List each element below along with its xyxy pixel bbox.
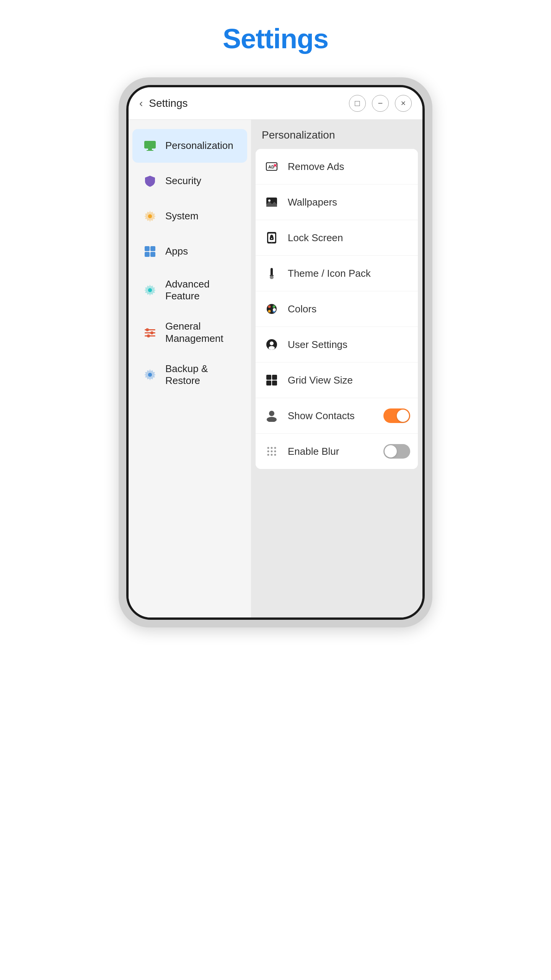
back-button[interactable]: ‹ bbox=[139, 97, 143, 109]
svg-point-54 bbox=[267, 454, 269, 456]
window-title: Settings bbox=[149, 97, 349, 109]
phone-frame: ‹ Settings □ − × bbox=[119, 77, 432, 627]
settings-item-remove-ads[interactable]: AD Remove Ads bbox=[256, 149, 418, 185]
phone-inner: ‹ Settings □ − × bbox=[126, 85, 425, 620]
svg-point-29 bbox=[271, 238, 272, 239]
image-icon bbox=[263, 194, 280, 211]
sidebar: Personalization Security bbox=[129, 120, 251, 617]
label-user-settings: User Settings bbox=[288, 339, 410, 351]
svg-point-10 bbox=[148, 288, 152, 292]
panel-header: Personalization bbox=[251, 120, 422, 149]
svg-rect-6 bbox=[150, 246, 155, 251]
sidebar-label-apps: Apps bbox=[165, 245, 188, 257]
svg-point-55 bbox=[271, 454, 273, 456]
label-grid-view: Grid View Size bbox=[288, 374, 410, 386]
user-circle-icon bbox=[263, 336, 280, 353]
shield-icon bbox=[142, 173, 158, 189]
settings-item-grid-view[interactable]: Grid View Size bbox=[256, 363, 418, 398]
toggle-knob bbox=[397, 410, 409, 422]
svg-rect-5 bbox=[145, 246, 150, 251]
ads-icon: AD bbox=[263, 158, 280, 175]
sidebar-item-general[interactable]: General Management bbox=[132, 312, 247, 353]
sidebar-item-security[interactable]: Security bbox=[132, 164, 247, 198]
monitor-icon bbox=[142, 137, 158, 154]
svg-rect-44 bbox=[266, 381, 271, 385]
svg-point-49 bbox=[271, 447, 273, 449]
sidebar-label-backup: Backup & Restore bbox=[165, 363, 238, 387]
label-lock-screen: Lock Screen bbox=[288, 232, 410, 244]
svg-text:AD: AD bbox=[268, 165, 274, 169]
svg-point-27 bbox=[271, 242, 272, 243]
svg-point-32 bbox=[270, 276, 274, 279]
svg-point-41 bbox=[269, 346, 275, 350]
label-enable-blur: Enable Blur bbox=[288, 446, 376, 457]
window-controls: □ − × bbox=[349, 95, 412, 112]
svg-point-50 bbox=[274, 447, 276, 449]
svg-point-4 bbox=[148, 214, 152, 218]
apps-grid-icon bbox=[142, 243, 158, 260]
show-contacts-toggle[interactable] bbox=[383, 408, 410, 423]
sidebar-item-advanced[interactable]: Advanced Feature bbox=[132, 270, 247, 310]
svg-point-15 bbox=[150, 331, 153, 334]
svg-point-37 bbox=[268, 310, 271, 313]
svg-point-38 bbox=[273, 308, 276, 311]
window-titlebar: ‹ Settings □ − × bbox=[129, 87, 422, 120]
brush-icon bbox=[263, 265, 280, 282]
settings-item-colors[interactable]: Colors bbox=[256, 291, 418, 327]
toggle-knob-blur bbox=[385, 445, 397, 457]
svg-point-46 bbox=[269, 411, 274, 416]
svg-rect-7 bbox=[145, 252, 150, 257]
svg-point-18 bbox=[148, 373, 152, 377]
settings-list: AD Remove Ads bbox=[256, 149, 418, 469]
maximize-button[interactable]: □ bbox=[349, 95, 366, 112]
settings-item-enable-blur[interactable]: Enable Blur bbox=[256, 434, 418, 469]
svg-rect-30 bbox=[271, 268, 273, 276]
settings-item-lock-screen[interactable]: Lock Screen bbox=[256, 220, 418, 256]
svg-point-35 bbox=[273, 305, 276, 308]
sidebar-label-system: System bbox=[165, 210, 199, 222]
sidebar-item-apps[interactable]: Apps bbox=[132, 235, 247, 268]
svg-rect-43 bbox=[272, 375, 277, 380]
svg-point-53 bbox=[274, 451, 276, 452]
minimize-button[interactable]: − bbox=[372, 95, 389, 112]
enable-blur-toggle[interactable] bbox=[383, 444, 410, 459]
sidebar-item-personalization[interactable]: Personalization bbox=[132, 129, 247, 163]
svg-rect-1 bbox=[148, 149, 152, 150]
settings-item-wallpapers[interactable]: Wallpapers bbox=[256, 185, 418, 220]
palette-icon bbox=[263, 301, 280, 317]
settings-item-user-settings[interactable]: User Settings bbox=[256, 327, 418, 363]
content-area: Personalization Security bbox=[129, 120, 422, 617]
svg-point-51 bbox=[267, 451, 269, 452]
sidebar-label-personalization: Personalization bbox=[165, 140, 233, 152]
svg-point-14 bbox=[146, 328, 149, 331]
svg-rect-45 bbox=[272, 381, 277, 385]
backup-gear-icon bbox=[142, 366, 158, 383]
label-colors: Colors bbox=[288, 303, 410, 315]
label-show-contacts: Show Contacts bbox=[288, 410, 376, 422]
advanced-gear-icon bbox=[142, 282, 158, 299]
grid4-icon bbox=[263, 372, 280, 389]
svg-point-56 bbox=[274, 454, 276, 456]
sidebar-item-backup[interactable]: Backup & Restore bbox=[132, 354, 247, 395]
svg-point-48 bbox=[267, 447, 269, 449]
svg-rect-12 bbox=[145, 332, 155, 333]
svg-point-40 bbox=[270, 341, 274, 345]
svg-rect-0 bbox=[144, 141, 156, 149]
sidebar-label-advanced: Advanced Feature bbox=[165, 278, 238, 302]
svg-rect-42 bbox=[266, 375, 271, 380]
right-panel: Personalization AD Remove Ads bbox=[251, 120, 422, 617]
phone-icon bbox=[263, 229, 280, 246]
svg-point-47 bbox=[267, 417, 277, 422]
dots9-icon bbox=[263, 443, 280, 460]
svg-point-16 bbox=[147, 334, 150, 337]
person-icon bbox=[263, 407, 280, 424]
close-button[interactable]: × bbox=[395, 95, 412, 112]
sidebar-item-system[interactable]: System bbox=[132, 199, 247, 233]
settings-item-theme[interactable]: Theme / Icon Pack bbox=[256, 256, 418, 291]
label-theme: Theme / Icon Pack bbox=[288, 268, 410, 279]
sidebar-label-general: General Management bbox=[165, 320, 238, 344]
sidebar-label-security: Security bbox=[165, 175, 201, 187]
settings-item-show-contacts[interactable]: Show Contacts bbox=[256, 398, 418, 434]
gear-icon bbox=[142, 208, 158, 225]
svg-point-34 bbox=[268, 305, 271, 308]
